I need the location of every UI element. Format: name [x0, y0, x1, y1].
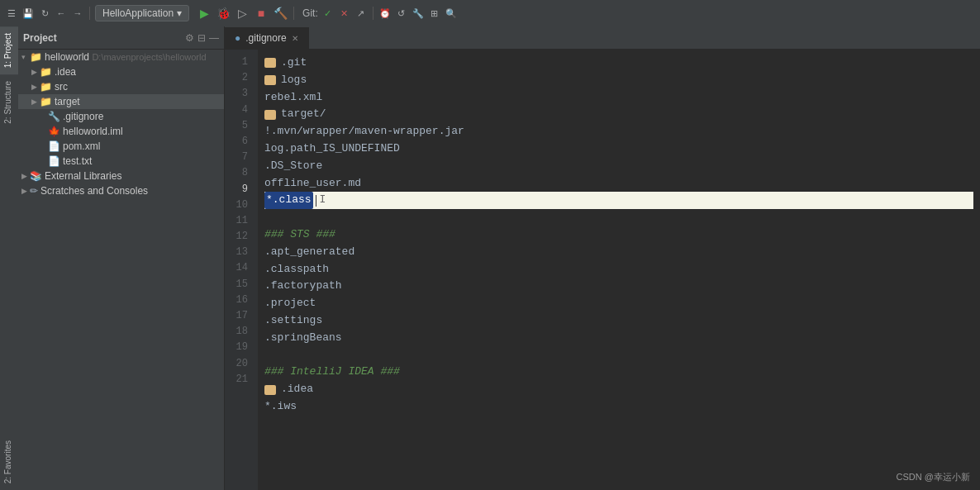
line-num-12: 12 — [225, 229, 253, 245]
side-tab-favorites[interactable]: 2: Favorites — [0, 434, 18, 490]
line-num-5: 5 — [225, 118, 253, 134]
ext-libs-icon: 📚 — [30, 170, 42, 182]
code-line-12: .apt_generated — [264, 244, 973, 261]
watermark: CSDN @幸运小新 — [897, 471, 970, 483]
project-header-icons: ⚙ ⊟ — — [185, 32, 219, 44]
tree-item-pom[interactable]: 📄 pom.xml — [18, 139, 224, 154]
line-num-13: 13 — [225, 245, 253, 260]
app-name-label: HelloApplication — [102, 7, 174, 19]
tab-gitignore-close[interactable]: ✕ — [292, 34, 298, 43]
project-settings-icon[interactable]: ⚙ — [185, 32, 194, 44]
ext-libs-arrow: ▶ — [21, 172, 30, 180]
root-path: D:\mavenprojects\helloworld — [92, 52, 206, 62]
folder-icon-20 — [264, 385, 276, 395]
tree-item-src[interactable]: ▶ 📁 src — [18, 79, 224, 94]
gitignore-label: .gitignore — [63, 111, 103, 122]
code-area[interactable]: .git logs rebel.xml target/ !. — [258, 50, 980, 490]
folder-icon-4 — [264, 110, 276, 120]
stop-button[interactable]: ■ — [253, 5, 269, 21]
target-arrow: ▶ — [31, 98, 40, 106]
tree-item-target[interactable]: ▶ 📁 target — [18, 94, 224, 109]
code-line-1: .git — [264, 55, 973, 72]
code-line-17: .springBeans — [264, 330, 973, 347]
toolbar-save-icon[interactable]: 💾 — [21, 7, 35, 20]
line-num-2: 2 — [225, 70, 253, 86]
toolbar-forward-icon[interactable]: → — [71, 7, 84, 20]
line-num-17: 17 — [225, 308, 253, 324]
toolbar-sync-icon[interactable]: ↻ — [38, 7, 51, 20]
git-x-icon[interactable]: ✕ — [338, 7, 351, 20]
editor-content[interactable]: 1 2 3 4 5 6 7 8 9 10 11 12 13 14 15 16 1… — [225, 50, 980, 490]
tree-item-txt[interactable]: 📄 test.txt — [18, 154, 224, 169]
iml-icon: 🍁 — [48, 126, 60, 137]
build-button[interactable]: 🔨 — [272, 5, 288, 21]
run-button[interactable]: ▶ — [196, 5, 212, 21]
folder-icon-1 — [264, 58, 276, 68]
root-folder-icon: 📁 — [30, 51, 42, 63]
git-label: Git: — [302, 7, 318, 19]
tab-gitignore[interactable]: ● .gitignore ✕ — [225, 27, 309, 49]
side-tab-project[interactable]: 1: Project — [0, 26, 18, 74]
toolbar-sep1 — [89, 7, 90, 20]
scratches-arrow: ▶ — [21, 187, 30, 195]
code-line-16: .settings — [264, 312, 973, 330]
tree-item-scratches[interactable]: ▶ ✏ Scratches and Consoles — [18, 183, 224, 198]
toolbar-layout-icon[interactable]: ⊞ — [428, 7, 441, 20]
tab-gitignore-dot: ● — [235, 32, 240, 44]
line-num-20: 20 — [225, 356, 253, 372]
toolbar-clock-icon[interactable]: ⏰ — [378, 7, 392, 20]
ext-libs-label: External Libraries — [45, 170, 121, 182]
tree-root[interactable]: ▾ 📁 helloworld D:\mavenprojects\hellowor… — [18, 50, 224, 64]
toolbar-wrench-icon[interactable]: 🔧 — [412, 7, 425, 20]
toolbar-search-icon[interactable]: 🔍 — [445, 7, 458, 20]
src-folder-icon: 📁 — [40, 81, 52, 93]
code-text-8: offline_user.md — [264, 175, 361, 193]
code-line-19: ### IntelliJ IDEA ### — [264, 364, 973, 381]
line-num-16: 16 — [225, 293, 253, 308]
code-text-17: .springBeans — [264, 330, 342, 347]
tree-item-ext-libs[interactable]: ▶ 📚 External Libraries — [18, 169, 224, 183]
app-name-dropdown[interactable]: HelloApplication ▾ — [95, 5, 189, 21]
pom-label: pom.xml — [63, 140, 100, 152]
toolbar-refresh-icon[interactable]: ↺ — [395, 7, 408, 20]
code-text-2: logs — [281, 72, 307, 89]
pom-icon: 📄 — [48, 140, 60, 152]
line-num-4: 4 — [225, 102, 253, 118]
tree-item-iml[interactable]: 🍁 helloworld.iml — [18, 124, 224, 139]
line-num-9: 9 — [225, 182, 253, 197]
toolbar-back-icon[interactable]: ← — [55, 7, 68, 20]
txt-icon: 📄 — [48, 155, 60, 167]
line-num-3: 3 — [225, 86, 253, 102]
code-line-3: rebel.xml — [264, 89, 973, 107]
project-collapse-icon[interactable]: ⊟ — [197, 32, 206, 44]
line-num-6: 6 — [225, 134, 253, 150]
code-text-5: !.mvn/wrapper/maven-wrapper.jar — [264, 123, 464, 140]
line-num-14: 14 — [225, 260, 253, 276]
src-label: src — [55, 81, 68, 93]
project-pin-icon[interactable]: — — [209, 32, 219, 44]
git-arrow-icon[interactable]: ↗ — [354, 7, 368, 20]
line-num-11: 11 — [225, 213, 253, 229]
side-tab-structure[interactable]: 2: Structure — [0, 74, 18, 131]
code-text-19: ### IntelliJ IDEA ### — [264, 364, 400, 381]
toolbar-sep3 — [373, 7, 373, 20]
debug-button[interactable]: 🐞 — [215, 5, 231, 21]
toolbar-menu-icon[interactable]: ☰ — [5, 7, 18, 20]
tab-gitignore-label: .gitignore — [245, 32, 286, 44]
git-check-icon[interactable]: ✓ — [321, 7, 335, 20]
code-text-3: rebel.xml — [264, 89, 322, 107]
run-with-coverage-button[interactable]: ▷ — [234, 5, 250, 21]
idea-folder-icon: 📁 — [40, 66, 52, 78]
code-text-13: .classpath — [264, 261, 329, 278]
run-icons: ▶ 🐞 ▷ ■ 🔨 — [196, 5, 288, 21]
line-num-7: 7 — [225, 150, 253, 165]
tree-item-gitignore[interactable]: 🔧 .gitignore — [18, 109, 224, 124]
code-line-18 — [264, 347, 973, 364]
root-label: helloworld D:\mavenprojects\helloworld — [45, 51, 207, 63]
code-text-6: log.path_IS_UNDEFINED — [264, 140, 400, 158]
code-line-6: log.path_IS_UNDEFINED — [264, 140, 973, 158]
tree-item-idea[interactable]: ▶ 📁 .idea — [18, 64, 224, 79]
line-num-19: 19 — [225, 340, 253, 355]
code-line-9: *.class I — [264, 192, 973, 209]
code-line-21: *.iws — [264, 398, 973, 416]
